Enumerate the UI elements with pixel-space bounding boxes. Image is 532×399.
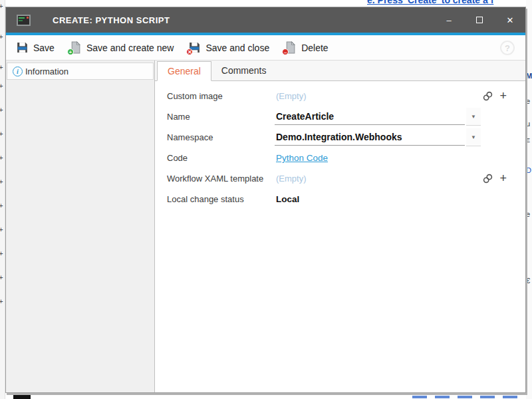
field-row-local-change-status: Local change status Local (167, 189, 507, 209)
create-python-script-dialog: CREATE: PYTHON SCRIPT – ✕ Save (5, 7, 526, 393)
tree-expander-icon: + (0, 106, 5, 113)
field-row-code: Code Python Code (167, 148, 507, 168)
save-and-close-button[interactable]: ✕ Save and close (181, 35, 277, 60)
name-input[interactable]: CreateArticle (275, 109, 465, 125)
name-label: Name (167, 112, 275, 122)
add-new-icon[interactable]: + (499, 173, 507, 184)
python-script-window-icon (17, 15, 31, 26)
tree-expander-icon: + (0, 154, 5, 161)
workflow-xaml-template-value: (Empty) (275, 174, 307, 184)
background-text-fragment: M (526, 72, 532, 80)
dialog-body: i Information General Comments Custom im… (6, 61, 525, 392)
custom-image-value: (Empty) (275, 91, 307, 101)
field-row-workflow-xaml-template: Workflow XAML template (Empty) + (167, 168, 507, 189)
background-tree-strip: + + + + + + + + + + + + + (0, 0, 5, 399)
namespace-dropdown-button[interactable]: ▼ (466, 128, 481, 146)
add-new-icon[interactable]: + (499, 90, 507, 102)
code-label: Code (167, 153, 275, 163)
tab-comments[interactable]: Comments (211, 61, 277, 80)
help-button[interactable]: ? (500, 41, 515, 55)
delete-label: Delete (301, 43, 328, 53)
save-and-close-label: Save and close (205, 43, 269, 53)
tree-expander-icon: + (0, 64, 5, 70)
background-text-fragment: u (526, 120, 530, 128)
background-text-fragment: € (526, 277, 530, 285)
minimize-button[interactable]: – (434, 7, 464, 33)
dialog-titlebar[interactable]: CREATE: PYTHON SCRIPT – ✕ (6, 7, 525, 33)
background-text-fragment (412, 396, 519, 398)
python-code-link[interactable]: Python Code (275, 153, 328, 163)
background-text-fragment: e (526, 210, 530, 218)
select-existing-link-icon[interactable] (482, 90, 493, 102)
background-text-fragment: e (526, 97, 530, 105)
save-create-new-icon: + (69, 41, 82, 54)
save-label: Save (33, 43, 55, 53)
save-close-icon: ✕ (188, 41, 201, 54)
background-text-fragment: E (526, 137, 530, 144)
tree-expander-icon: + (0, 226, 5, 233)
dialog-toolbar: Save + Save and create new ✕ (6, 35, 525, 61)
custom-image-label: Custom image (167, 91, 275, 101)
tree-expander-icon: + (0, 130, 5, 137)
tree-expander-icon: + (0, 274, 5, 281)
local-change-status-value: Local (275, 194, 299, 204)
save-button[interactable]: Save (9, 35, 62, 60)
tree-expander-icon: + (0, 178, 5, 185)
tree-expander-icon: + (0, 250, 5, 257)
name-dropdown-button[interactable]: ▼ (466, 108, 481, 126)
chevron-down-icon: ▼ (471, 114, 476, 120)
maximize-button[interactable] (464, 7, 495, 33)
namespace-input[interactable]: Demo.Integration.Webhooks (275, 130, 465, 146)
tree-expander-icon: + (0, 202, 5, 209)
sidebar-item-information[interactable]: i Information (7, 63, 154, 80)
tree-expander-icon: + (0, 82, 5, 89)
tree-expander-icon: + (0, 3, 5, 9)
field-row-name: Name CreateArticle ▼ (167, 106, 507, 127)
sidebar-panel: i Information (6, 61, 155, 392)
tree-expander-icon: + (0, 298, 5, 305)
background-text-fragment: D (526, 166, 531, 174)
close-button[interactable]: ✕ (495, 7, 525, 33)
tab-general[interactable]: General (157, 61, 211, 81)
info-icon: i (13, 66, 23, 76)
information-label: Information (25, 66, 68, 76)
namespace-label: Namespace (167, 132, 275, 142)
save-and-create-new-button[interactable]: + Save and create new (62, 35, 182, 60)
background-taskbar-fragment (13, 394, 31, 399)
delete-button[interactable]: – Delete (277, 35, 335, 60)
background-right-strip: M e u E D e € (526, 0, 532, 399)
save-and-create-new-label: Save and create new (86, 43, 174, 53)
select-existing-link-icon[interactable] (482, 173, 493, 184)
local-change-status-label: Local change status (167, 194, 275, 204)
dialog-title: CREATE: PYTHON SCRIPT (53, 15, 170, 25)
tab-bar: General Comments (155, 61, 525, 81)
save-icon (16, 41, 29, 54)
chevron-down-icon: ▼ (471, 134, 476, 140)
delete-icon: – (284, 41, 297, 54)
field-row-custom-image: Custom image (Empty) + (167, 86, 507, 106)
maximize-icon (476, 17, 483, 23)
general-tab-content: Custom image (Empty) + Name (155, 81, 525, 392)
workflow-xaml-template-label: Workflow XAML template (167, 174, 275, 184)
tree-expander-icon: + (0, 33, 5, 40)
field-row-namespace: Namespace Demo.Integration.Webhooks ▼ (167, 127, 507, 148)
main-column: General Comments Custom image (Empty) + (155, 61, 525, 392)
background-text-fragment: e. Press 'Create' to create a f (367, 0, 493, 5)
